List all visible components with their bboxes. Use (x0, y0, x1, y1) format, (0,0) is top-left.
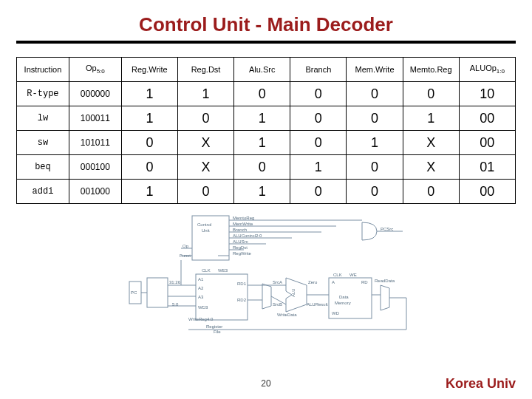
svg-text:CLK: CLK (202, 268, 211, 273)
cell-val: 1 (234, 106, 290, 131)
decoder-table-wrapper: Instruction Op5:0Op5:0 Reg.Write Reg.Dst… (16, 57, 516, 204)
svg-text:RD: RD (361, 280, 368, 284)
svg-text:RegWrite: RegWrite (233, 251, 252, 256)
cell-val: 0 (290, 82, 347, 106)
svg-text:MemWrite: MemWrite (233, 222, 253, 226)
cell-val: 1 (234, 180, 290, 204)
cell-val: 0 (290, 131, 347, 155)
svg-text:Zero: Zero (308, 280, 318, 284)
cell-val: 1 (121, 180, 177, 204)
cell-val: 00 (459, 131, 515, 155)
cell-val: 10 (459, 82, 515, 106)
hdr-aluop: ALUOp1:0ALUOp1:0 (459, 58, 515, 82)
table-row: R-type 000000 1 1 0 0 0 0 10 (17, 82, 516, 106)
cell-val: X (403, 155, 459, 180)
decoder-table: Instruction Op5:0Op5:0 Reg.Write Reg.Dst… (16, 57, 516, 204)
svg-text:File: File (214, 330, 221, 334)
hdr-branch: Branch (290, 58, 347, 82)
cell-val: 00 (459, 180, 515, 204)
svg-text:WriteData: WriteData (277, 313, 297, 317)
svg-text:WE: WE (349, 273, 357, 277)
cell-val: 1 (234, 131, 290, 155)
svg-text:Register: Register (206, 324, 222, 329)
svg-text:Funct: Funct (180, 253, 191, 258)
svg-text:MemtoReg: MemtoReg (233, 216, 254, 220)
svg-text:PCSrc: PCSrc (381, 227, 393, 231)
hdr-memwrite: Mem.Write (347, 58, 403, 82)
cell-val: 0 (403, 82, 459, 106)
svg-rect-2 (147, 278, 168, 307)
cell-val: 1 (121, 82, 177, 106)
cell-op: 100011 (69, 106, 121, 131)
cell-val: 00 (459, 106, 515, 131)
svg-text:Data: Data (339, 295, 349, 299)
svg-text:A2: A2 (198, 286, 204, 290)
cell-val: 1 (403, 106, 459, 131)
svg-text:5:0: 5:0 (172, 302, 179, 307)
svg-text:RegDst: RegDst (233, 245, 248, 250)
cell-instr: addi (17, 180, 69, 204)
svg-text:Op: Op (183, 244, 189, 248)
hdr-op: Op5:0Op5:0 (69, 58, 121, 82)
cell-val: 0 (121, 155, 177, 180)
cell-val: 0 (290, 106, 347, 131)
brand-label: Korea Univ (446, 376, 516, 392)
svg-text:RD2: RD2 (237, 298, 247, 302)
table-row: addi 001000 1 0 1 0 0 0 00 (17, 180, 516, 204)
table-row: sw 101011 0 X 1 0 1 X 00 (17, 131, 516, 155)
cell-val: 0 (347, 155, 403, 180)
cell-val: 1 (290, 155, 347, 180)
cell-val: 1 (347, 131, 403, 155)
cell-val: 0 (177, 180, 233, 204)
hdr-regdst: Reg.Dst (177, 58, 233, 82)
svg-text:Unit: Unit (202, 228, 210, 233)
hdr-alusrc: Alu.Src (234, 58, 290, 82)
table-row: lw 100011 1 0 1 0 0 1 00 (17, 106, 516, 131)
cell-val: 1 (121, 106, 177, 131)
svg-text:WD3: WD3 (198, 305, 208, 310)
hdr-instruction: Instruction (17, 58, 69, 82)
svg-text:RD1: RD1 (237, 282, 247, 286)
cell-op: 101011 (69, 131, 121, 155)
svg-text:ALUControl2:0: ALUControl2:0 (233, 233, 262, 238)
cell-instr: sw (17, 131, 69, 155)
datapath-diagram: Control Unit MemtoReg MemWrite Branch AL… (115, 211, 417, 337)
title-underline (16, 41, 516, 44)
cell-op: 001000 (69, 180, 121, 204)
cell-val: X (177, 155, 233, 180)
svg-text:A: A (332, 280, 335, 284)
cell-val: 01 (459, 155, 515, 180)
cell-val: 0 (121, 131, 177, 155)
svg-text:31:26: 31:26 (169, 280, 181, 284)
lbl-control-unit: Control (197, 222, 211, 227)
svg-text:ALUResult: ALUResult (307, 302, 328, 307)
hdr-memtoreg: Memto.Reg (403, 58, 459, 82)
svg-text:ALUSrc: ALUSrc (233, 239, 248, 244)
svg-text:A3: A3 (198, 295, 204, 299)
cell-instr: lw (17, 106, 69, 131)
cell-instr: beq (17, 155, 69, 180)
hdr-regwrite: Reg.Write (121, 58, 177, 82)
cell-val: 0 (234, 155, 290, 180)
svg-text:SrcA: SrcA (273, 280, 282, 284)
svg-text:ALU: ALU (291, 288, 296, 297)
svg-text:WE3: WE3 (218, 268, 228, 273)
svg-text:SrcB: SrcB (273, 302, 282, 307)
svg-text:PC: PC (131, 290, 137, 295)
cell-val: 0 (347, 180, 403, 204)
cell-instr: R-type (17, 82, 69, 106)
cell-val: 0 (403, 180, 459, 204)
svg-text:Memory: Memory (335, 301, 351, 305)
cell-val: 0 (347, 106, 403, 131)
svg-text:WriteReg4:0: WriteReg4:0 (188, 317, 214, 321)
cell-val: 0 (290, 180, 347, 204)
svg-text:A1: A1 (198, 277, 204, 282)
slide-title: Control Unit - Main Decoder (0, 0, 532, 36)
cell-op: 000000 (69, 82, 121, 106)
svg-text:CLK: CLK (333, 273, 342, 277)
cell-op: 000100 (69, 155, 121, 180)
cell-val: X (177, 131, 233, 155)
svg-text:Branch: Branch (233, 228, 247, 232)
table-header-row: Instruction Op5:0Op5:0 Reg.Write Reg.Dst… (17, 58, 516, 82)
cell-val: 1 (177, 82, 233, 106)
